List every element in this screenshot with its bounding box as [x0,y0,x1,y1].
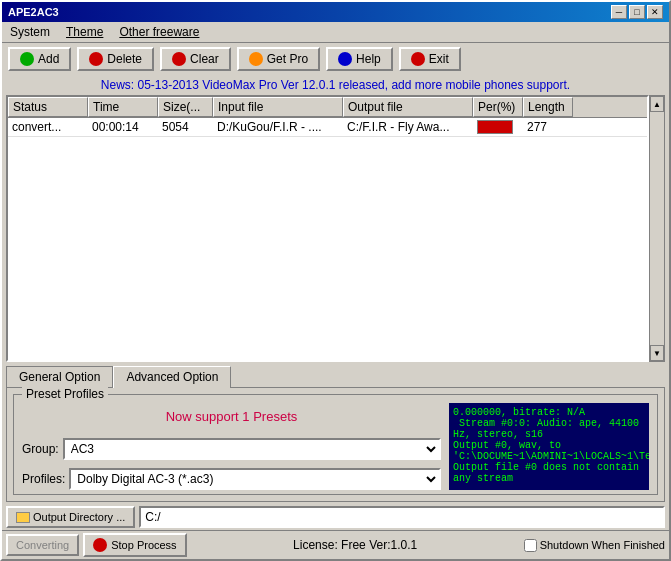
cell-length: 277 [523,118,573,136]
status-bar: Converting Stop Process License: Free Ve… [2,530,669,559]
profiles-select[interactable]: Dolby Digital AC-3 (*.ac3) [69,468,441,490]
log-text: 0.000000, bitrate: N/A Stream #0:0: Audi… [453,407,649,484]
cell-output: C:/F.I.R - Fly Awa... [343,118,473,136]
cell-per [473,118,523,136]
output-dir-input[interactable] [139,506,665,528]
clear-button[interactable]: Clear [160,47,231,71]
cell-status: convert... [8,118,88,136]
output-dir-label: Output Directory ... [33,511,125,523]
profiles-label-text: Profiles: [22,472,65,486]
news-text: News: 05-13-2013 VideoMax Pro Ver 12.0.1… [101,78,570,92]
table-row[interactable]: convert... 00:00:14 5054 D:/KuGou/F.I.R … [8,118,647,137]
tab-general[interactable]: General Option [6,366,113,387]
group-row: Group: AC3 [22,438,441,460]
stop-label: Stop Process [111,539,176,551]
group-label-text: Group: [22,442,59,456]
shutdown-label: Shutdown When Finished [540,539,665,551]
getpro-label: Get Pro [267,52,308,66]
delete-label: Delete [107,52,142,66]
clear-icon [172,52,186,66]
add-button[interactable]: Add [8,47,71,71]
tab-advanced[interactable]: Advanced Option [113,366,231,388]
window-title: APE2AC3 [8,6,59,18]
file-list-header: Status Time Size(... Input file Output f… [8,97,647,118]
add-icon [20,52,34,66]
converting-button: Converting [6,534,79,556]
menu-theme[interactable]: Theme [62,24,107,40]
shutdown-check: Shutdown When Finished [524,539,665,552]
profiles-row: Profiles: Dolby Digital AC-3 (*.ac3) [22,468,441,490]
help-button[interactable]: Help [326,47,393,71]
menu-other-freeware[interactable]: Other freeware [115,24,203,40]
scroll-up-arrow[interactable]: ▲ [650,96,664,112]
help-label: Help [356,52,381,66]
output-dir-button[interactable]: Output Directory ... [6,506,135,528]
file-list-wrapper: Status Time Size(... Input file Output f… [6,95,665,362]
bottom-panel: General Option Advanced Option Preset Pr… [2,362,669,559]
file-list: Status Time Size(... Input file Output f… [6,95,649,362]
news-bar: News: 05-13-2013 VideoMax Pro Ver 12.0.1… [2,75,669,95]
folder-icon [16,512,30,523]
maximize-button[interactable]: □ [629,5,645,19]
main-window: APE2AC3 ─ □ ✕ System Theme Other freewar… [0,0,671,561]
stop-process-button[interactable]: Stop Process [83,533,186,557]
group-label: Preset Profiles [22,387,108,401]
toolbar: Add Delete Clear Get Pro Help Exit [2,43,669,75]
menu-bar: System Theme Other freeware [2,22,669,43]
exit-button[interactable]: Exit [399,47,461,71]
preset-now-text: Now support 1 Presets [22,403,441,430]
exit-icon [411,52,425,66]
scroll-track[interactable] [650,112,664,345]
cell-size: 5054 [158,118,213,136]
col-per: Per(%) [473,97,523,117]
col-input: Input file [213,97,343,117]
stop-icon [93,538,107,552]
log-panel: 0.000000, bitrate: N/A Stream #0:0: Audi… [449,403,649,490]
col-length: Length [523,97,573,117]
tab-content: Preset Profiles Now support 1 Presets Gr… [6,387,665,502]
vertical-scrollbar[interactable]: ▲ ▼ [649,95,665,362]
group-select[interactable]: AC3 [63,438,441,460]
add-label: Add [38,52,59,66]
title-bar-buttons: ─ □ ✕ [611,5,663,19]
title-bar: APE2AC3 ─ □ ✕ [2,2,669,22]
exit-label: Exit [429,52,449,66]
tabs: General Option Advanced Option [2,362,669,387]
col-output: Output file [343,97,473,117]
license-text: License: Free Ver:1.0.1 [191,538,520,552]
getpro-icon [249,52,263,66]
clear-label: Clear [190,52,219,66]
delete-icon [89,52,103,66]
menu-system[interactable]: System [6,24,54,40]
scroll-down-arrow[interactable]: ▼ [650,345,664,361]
col-time: Time [88,97,158,117]
col-size: Size(... [158,97,213,117]
preset-profiles-group: Preset Profiles Now support 1 Presets Gr… [13,394,658,495]
cell-input: D:/KuGou/F.I.R - .... [213,118,343,136]
getpro-button[interactable]: Get Pro [237,47,320,71]
col-status: Status [8,97,88,117]
preset-left: Now support 1 Presets Group: AC3 Profile… [22,403,441,490]
file-list-body: convert... 00:00:14 5054 D:/KuGou/F.I.R … [8,118,647,360]
close-button[interactable]: ✕ [647,5,663,19]
output-dir-row: Output Directory ... [2,502,669,530]
converting-label: Converting [16,539,69,551]
delete-button[interactable]: Delete [77,47,154,71]
help-icon [338,52,352,66]
shutdown-checkbox[interactable] [524,539,537,552]
progress-bar [477,120,513,134]
minimize-button[interactable]: ─ [611,5,627,19]
preset-inner: Now support 1 Presets Group: AC3 Profile… [22,403,649,490]
cell-time: 00:00:14 [88,118,158,136]
